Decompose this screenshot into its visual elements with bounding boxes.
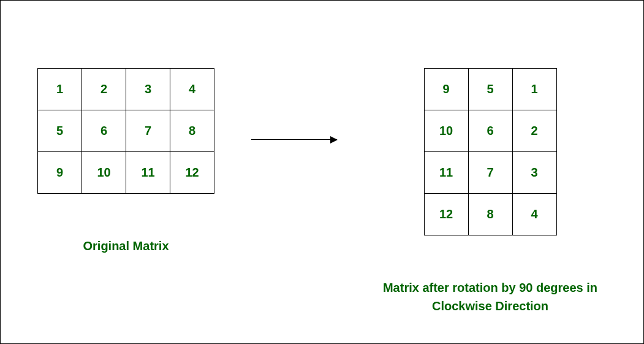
table-row: 5 6 7 8 bbox=[38, 110, 214, 152]
original-matrix-caption: Original Matrix bbox=[83, 237, 169, 255]
diagram-content: 1 2 3 4 5 6 7 8 9 10 11 12 Origi bbox=[1, 1, 643, 315]
matrix-cell: 4 bbox=[170, 69, 214, 110]
table-row: 10 6 2 bbox=[424, 110, 556, 152]
matrix-cell: 2 bbox=[512, 110, 556, 152]
table-row: 12 8 4 bbox=[424, 194, 556, 235]
table-row: 11 7 3 bbox=[424, 152, 556, 194]
arrow-right-icon bbox=[251, 139, 337, 140]
table-row: 9 10 11 12 bbox=[38, 152, 214, 194]
matrix-cell: 3 bbox=[512, 152, 556, 194]
matrix-cell: 11 bbox=[424, 152, 468, 194]
diagram-frame: 1 2 3 4 5 6 7 8 9 10 11 12 Origi bbox=[0, 0, 644, 344]
matrix-cell: 1 bbox=[38, 69, 82, 110]
table-row: 9 5 1 bbox=[424, 69, 556, 110]
matrix-cell: 2 bbox=[82, 69, 126, 110]
matrix-cell: 4 bbox=[512, 194, 556, 235]
matrix-cell: 3 bbox=[126, 69, 170, 110]
matrix-cell: 12 bbox=[424, 194, 468, 235]
rotated-matrix-block: 9 5 1 10 6 2 11 7 3 12 8 4 bbox=[374, 68, 607, 315]
matrix-cell: 9 bbox=[424, 69, 468, 110]
rotated-matrix-caption: Matrix after rotation by 90 degrees in C… bbox=[374, 278, 607, 315]
matrix-cell: 5 bbox=[38, 110, 82, 152]
original-matrix-block: 1 2 3 4 5 6 7 8 9 10 11 12 Origi bbox=[37, 68, 214, 255]
matrix-cell: 9 bbox=[38, 152, 82, 194]
matrix-cell: 10 bbox=[82, 152, 126, 194]
matrix-cell: 5 bbox=[468, 69, 512, 110]
matrix-cell: 7 bbox=[126, 110, 170, 152]
original-matrix: 1 2 3 4 5 6 7 8 9 10 11 12 bbox=[37, 68, 214, 194]
arrow-head bbox=[330, 136, 338, 143]
matrix-cell: 10 bbox=[424, 110, 468, 152]
matrix-cell: 11 bbox=[126, 152, 170, 194]
arrow-wrap bbox=[251, 68, 337, 193]
matrix-cell: 8 bbox=[468, 194, 512, 235]
table-row: 1 2 3 4 bbox=[38, 69, 214, 110]
arrow-line bbox=[251, 139, 337, 140]
matrix-cell: 12 bbox=[170, 152, 214, 194]
matrix-cell: 7 bbox=[468, 152, 512, 194]
matrix-cell: 1 bbox=[512, 69, 556, 110]
matrix-cell: 6 bbox=[82, 110, 126, 152]
matrix-cell: 6 bbox=[468, 110, 512, 152]
rotated-matrix: 9 5 1 10 6 2 11 7 3 12 8 4 bbox=[424, 68, 557, 235]
matrix-cell: 8 bbox=[170, 110, 214, 152]
